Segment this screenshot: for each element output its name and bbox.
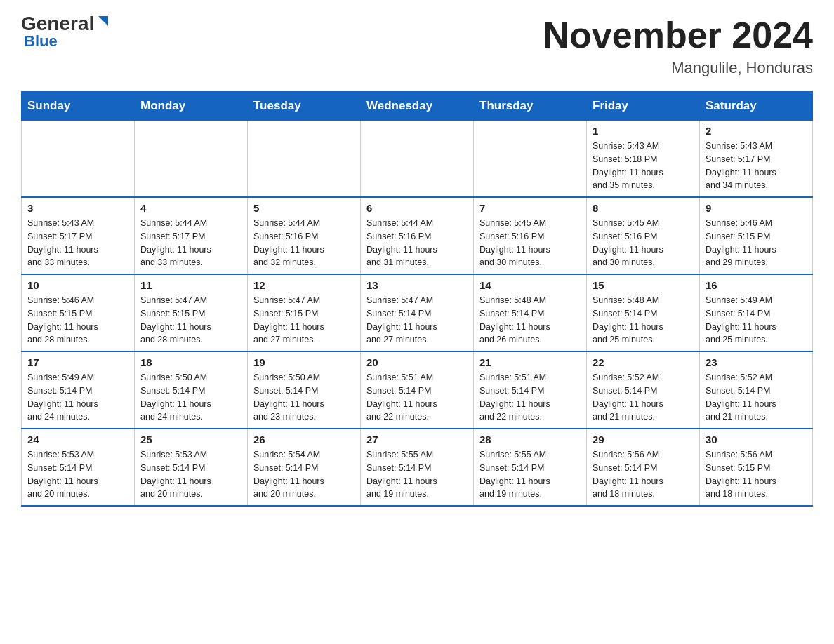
calendar-cell: 27Sunrise: 5:55 AMSunset: 5:14 PMDayligh… xyxy=(361,429,474,506)
calendar-cell: 17Sunrise: 5:49 AMSunset: 5:14 PMDayligh… xyxy=(22,351,135,429)
calendar-cell: 21Sunrise: 5:51 AMSunset: 5:14 PMDayligh… xyxy=(474,351,587,429)
calendar-cell xyxy=(22,121,135,198)
day-number: 3 xyxy=(27,202,128,214)
weekday-header-friday: Friday xyxy=(587,92,700,121)
logo-arrow-icon xyxy=(95,15,111,30)
day-info: Sunrise: 5:50 AMSunset: 5:14 PMDaylight:… xyxy=(253,371,355,424)
day-info: Sunrise: 5:52 AMSunset: 5:14 PMDaylight:… xyxy=(593,371,694,424)
calendar-week-1: 1Sunrise: 5:43 AMSunset: 5:18 PMDaylight… xyxy=(22,121,813,198)
day-number: 19 xyxy=(253,356,355,368)
day-number: 4 xyxy=(140,202,241,214)
day-number: 9 xyxy=(706,202,807,214)
page-title: November 2024 xyxy=(543,14,813,56)
calendar-cell: 19Sunrise: 5:50 AMSunset: 5:14 PMDayligh… xyxy=(248,351,361,429)
day-number: 23 xyxy=(706,356,807,368)
day-number: 1 xyxy=(593,125,694,137)
day-info: Sunrise: 5:55 AMSunset: 5:14 PMDaylight:… xyxy=(366,448,468,501)
calendar-week-3: 10Sunrise: 5:46 AMSunset: 5:15 PMDayligh… xyxy=(22,274,813,351)
calendar-cell: 4Sunrise: 5:44 AMSunset: 5:17 PMDaylight… xyxy=(135,197,248,274)
weekday-header-tuesday: Tuesday xyxy=(248,92,361,121)
day-number: 16 xyxy=(706,279,807,291)
day-info: Sunrise: 5:43 AMSunset: 5:17 PMDaylight:… xyxy=(706,140,807,192)
logo-general: General xyxy=(21,14,94,34)
svg-marker-0 xyxy=(98,16,108,26)
weekday-row: SundayMondayTuesdayWednesdayThursdayFrid… xyxy=(22,92,813,121)
calendar-cell: 14Sunrise: 5:48 AMSunset: 5:14 PMDayligh… xyxy=(474,274,587,351)
day-info: Sunrise: 5:44 AMSunset: 5:17 PMDaylight:… xyxy=(140,217,241,269)
calendar-cell: 5Sunrise: 5:44 AMSunset: 5:16 PMDaylight… xyxy=(248,197,361,274)
calendar-cell: 3Sunrise: 5:43 AMSunset: 5:17 PMDaylight… xyxy=(22,197,135,274)
calendar-cell xyxy=(135,121,248,198)
day-info: Sunrise: 5:47 AMSunset: 5:14 PMDaylight:… xyxy=(366,294,468,347)
calendar-cell: 29Sunrise: 5:56 AMSunset: 5:14 PMDayligh… xyxy=(587,429,700,506)
calendar-cell: 10Sunrise: 5:46 AMSunset: 5:15 PMDayligh… xyxy=(22,274,135,351)
calendar-cell: 18Sunrise: 5:50 AMSunset: 5:14 PMDayligh… xyxy=(135,351,248,429)
day-info: Sunrise: 5:48 AMSunset: 5:14 PMDaylight:… xyxy=(479,294,581,347)
day-number: 20 xyxy=(366,356,468,368)
day-info: Sunrise: 5:49 AMSunset: 5:14 PMDaylight:… xyxy=(27,371,128,424)
day-number: 11 xyxy=(140,279,241,291)
day-number: 28 xyxy=(479,434,581,445)
weekday-header-monday: Monday xyxy=(135,92,248,121)
day-number: 12 xyxy=(253,279,355,291)
title-block: November 2024 Mangulile, Honduras xyxy=(543,14,813,77)
page-header: General Blue November 2024 Mangulile, Ho… xyxy=(21,14,813,77)
calendar-cell: 28Sunrise: 5:55 AMSunset: 5:14 PMDayligh… xyxy=(474,429,587,506)
day-number: 2 xyxy=(706,125,807,137)
day-info: Sunrise: 5:53 AMSunset: 5:14 PMDaylight:… xyxy=(140,448,241,501)
day-info: Sunrise: 5:49 AMSunset: 5:14 PMDaylight:… xyxy=(706,294,807,347)
day-info: Sunrise: 5:46 AMSunset: 5:15 PMDaylight:… xyxy=(27,294,128,347)
day-info: Sunrise: 5:46 AMSunset: 5:15 PMDaylight:… xyxy=(706,217,807,269)
weekday-header-saturday: Saturday xyxy=(700,92,813,121)
calendar-body: 1Sunrise: 5:43 AMSunset: 5:18 PMDaylight… xyxy=(22,121,813,507)
day-info: Sunrise: 5:44 AMSunset: 5:16 PMDaylight:… xyxy=(366,217,468,269)
calendar-cell: 30Sunrise: 5:56 AMSunset: 5:15 PMDayligh… xyxy=(700,429,813,506)
calendar-cell xyxy=(474,121,587,198)
calendar-week-2: 3Sunrise: 5:43 AMSunset: 5:17 PMDaylight… xyxy=(22,197,813,274)
calendar-cell: 22Sunrise: 5:52 AMSunset: 5:14 PMDayligh… xyxy=(587,351,700,429)
day-number: 15 xyxy=(593,279,694,291)
calendar-cell: 9Sunrise: 5:46 AMSunset: 5:15 PMDaylight… xyxy=(700,197,813,274)
day-number: 10 xyxy=(27,279,128,291)
calendar-header: SundayMondayTuesdayWednesdayThursdayFrid… xyxy=(22,92,813,121)
calendar-cell: 24Sunrise: 5:53 AMSunset: 5:14 PMDayligh… xyxy=(22,429,135,506)
day-info: Sunrise: 5:47 AMSunset: 5:15 PMDaylight:… xyxy=(253,294,355,347)
day-number: 27 xyxy=(366,434,468,445)
calendar-cell: 1Sunrise: 5:43 AMSunset: 5:18 PMDaylight… xyxy=(587,121,700,198)
day-number: 14 xyxy=(479,279,581,291)
weekday-header-thursday: Thursday xyxy=(474,92,587,121)
calendar-cell xyxy=(248,121,361,198)
day-info: Sunrise: 5:52 AMSunset: 5:14 PMDaylight:… xyxy=(706,371,807,424)
calendar-cell xyxy=(361,121,474,198)
calendar-cell: 7Sunrise: 5:45 AMSunset: 5:16 PMDaylight… xyxy=(474,197,587,274)
day-number: 21 xyxy=(479,356,581,368)
day-info: Sunrise: 5:51 AMSunset: 5:14 PMDaylight:… xyxy=(366,371,468,424)
day-info: Sunrise: 5:43 AMSunset: 5:18 PMDaylight:… xyxy=(593,140,694,192)
day-number: 5 xyxy=(253,202,355,214)
day-number: 6 xyxy=(366,202,468,214)
day-number: 8 xyxy=(593,202,694,214)
day-info: Sunrise: 5:44 AMSunset: 5:16 PMDaylight:… xyxy=(253,217,355,269)
day-number: 26 xyxy=(253,434,355,445)
day-info: Sunrise: 5:45 AMSunset: 5:16 PMDaylight:… xyxy=(593,217,694,269)
calendar-cell: 8Sunrise: 5:45 AMSunset: 5:16 PMDaylight… xyxy=(587,197,700,274)
day-info: Sunrise: 5:53 AMSunset: 5:14 PMDaylight:… xyxy=(27,448,128,501)
day-number: 7 xyxy=(479,202,581,214)
day-number: 25 xyxy=(140,434,241,445)
day-info: Sunrise: 5:55 AMSunset: 5:14 PMDaylight:… xyxy=(479,448,581,501)
day-info: Sunrise: 5:50 AMSunset: 5:14 PMDaylight:… xyxy=(140,371,241,424)
calendar-week-4: 17Sunrise: 5:49 AMSunset: 5:14 PMDayligh… xyxy=(22,351,813,429)
calendar-cell: 13Sunrise: 5:47 AMSunset: 5:14 PMDayligh… xyxy=(361,274,474,351)
calendar-week-5: 24Sunrise: 5:53 AMSunset: 5:14 PMDayligh… xyxy=(22,429,813,506)
day-info: Sunrise: 5:43 AMSunset: 5:17 PMDaylight:… xyxy=(27,217,128,269)
day-number: 29 xyxy=(593,434,694,445)
page-subtitle: Mangulile, Honduras xyxy=(543,59,813,77)
day-info: Sunrise: 5:56 AMSunset: 5:15 PMDaylight:… xyxy=(706,448,807,501)
day-info: Sunrise: 5:47 AMSunset: 5:15 PMDaylight:… xyxy=(140,294,241,347)
calendar-cell: 26Sunrise: 5:54 AMSunset: 5:14 PMDayligh… xyxy=(248,429,361,506)
calendar-cell: 25Sunrise: 5:53 AMSunset: 5:14 PMDayligh… xyxy=(135,429,248,506)
day-number: 13 xyxy=(366,279,468,291)
day-info: Sunrise: 5:54 AMSunset: 5:14 PMDaylight:… xyxy=(253,448,355,501)
day-number: 22 xyxy=(593,356,694,368)
calendar-cell: 20Sunrise: 5:51 AMSunset: 5:14 PMDayligh… xyxy=(361,351,474,429)
